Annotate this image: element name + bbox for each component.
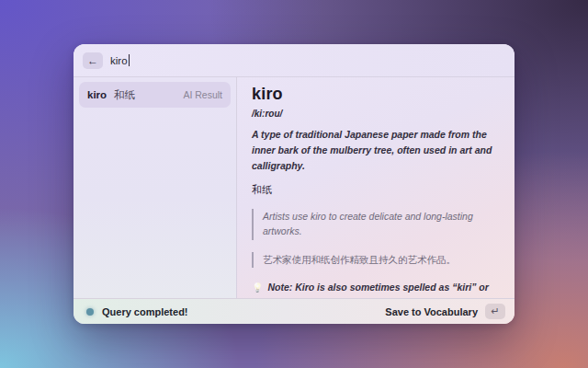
translation-text: 和纸 bbox=[252, 183, 500, 197]
pronunciation: /kiːrou/ bbox=[252, 109, 500, 119]
result-item-translation: 和纸 bbox=[114, 88, 135, 102]
status-message: Query completed! bbox=[102, 306, 188, 317]
definition-text: A type of traditional Japanese paper mad… bbox=[252, 127, 500, 174]
desktop: { "window": { "search": { "back_icon": "… bbox=[0, 0, 588, 368]
back-button[interactable]: ← bbox=[83, 52, 103, 69]
search-query-text: kiro bbox=[110, 55, 128, 66]
search-bar: ← kiro bbox=[74, 44, 514, 77]
example-sentence-en: Artists use kiro to create delicate and … bbox=[252, 209, 500, 240]
result-item-word: kiro bbox=[87, 89, 107, 100]
enter-key-icon[interactable]: ↵ bbox=[485, 304, 505, 319]
status-bar: Query completed! Save to Vocabulary ↵ bbox=[74, 298, 514, 324]
definition-panel: kiro /kiːrou/ A type of traditional Japa… bbox=[237, 77, 514, 298]
save-to-vocabulary-button[interactable]: Save to Vocabulary bbox=[385, 306, 478, 317]
return-glyph: ↵ bbox=[491, 305, 499, 317]
back-arrow-icon: ← bbox=[87, 54, 98, 67]
ai-result-badge: AI Result bbox=[183, 89, 222, 100]
result-list-item-selected[interactable]: kiro 和纸 AI Result bbox=[79, 82, 231, 108]
status-dot-icon bbox=[86, 308, 94, 316]
results-sidebar: kiro 和纸 AI Result bbox=[74, 77, 237, 298]
dictionary-window: ← kiro kiro 和纸 AI Result kiro /kiːrou/ A… bbox=[74, 44, 514, 324]
window-body: kiro 和纸 AI Result kiro /kiːrou/ A type o… bbox=[74, 77, 514, 298]
headword: kiro bbox=[252, 85, 500, 104]
example-sentence-zh: 艺术家使用和纸创作精致且持久的艺术作品。 bbox=[252, 252, 500, 269]
search-input[interactable]: kiro bbox=[110, 54, 130, 66]
lightbulb-icon: 💡 bbox=[252, 282, 263, 293]
text-cursor bbox=[129, 54, 130, 66]
